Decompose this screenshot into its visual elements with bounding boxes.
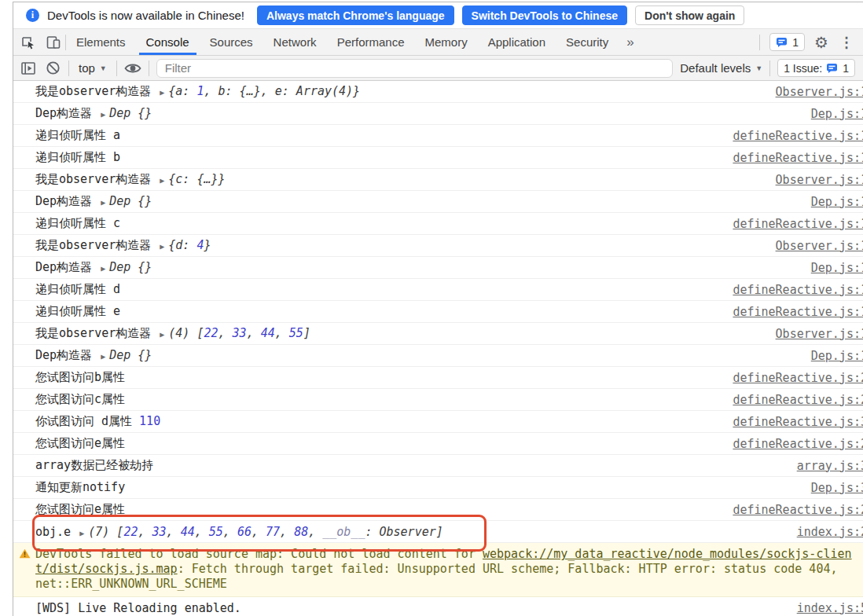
warning-text-pre: DevTools failed to load source map: Coul… [35, 547, 483, 561]
issues-summary-chip[interactable]: 1 Issue: 1 [777, 59, 855, 77]
kebab-menu-icon[interactable]: ⋮ [838, 34, 855, 51]
source-location-link[interactable]: defineReactive.js:3 [733, 415, 863, 429]
message-segment: {a: [168, 84, 196, 98]
expand-triangle-icon[interactable]: ▶ [99, 110, 109, 119]
message-segment: 您试图访问e属性 [35, 502, 125, 516]
source-location-link[interactable]: Dep.js:1 [811, 107, 863, 121]
divider [759, 35, 760, 50]
source-location-link[interactable]: index.js:5 [797, 601, 863, 615]
message-segment: 递归侦听属性 b [35, 150, 120, 164]
message-segment: 88 [294, 525, 308, 539]
source-location-link[interactable]: Dep.js:1 [811, 195, 863, 209]
message-segment: (4) [ [168, 326, 204, 340]
tab-performance[interactable]: Performance [327, 29, 415, 55]
source-location-link[interactable]: Dep.js:1 [811, 349, 863, 363]
levels-label: Default levels [680, 61, 751, 75]
message-segment: Dep {} [109, 194, 152, 208]
message-segment: 33 [233, 326, 247, 340]
expand-triangle-icon[interactable]: ▶ [158, 330, 168, 339]
message-segment: ] [303, 326, 310, 340]
console-messages-pane: 我是observer构造器 ▶{a: 1, b: {…}, e: Array(4… [13, 81, 863, 616]
tab-application[interactable]: Application [478, 29, 556, 55]
tab-elements[interactable]: Elements [66, 29, 136, 55]
more-tabs-icon[interactable]: » [619, 29, 641, 55]
console-message: 递归侦听属性 b [35, 150, 120, 165]
source-location-link[interactable]: Dep.js:1 [811, 261, 863, 275]
expand-triangle-icon[interactable]: ▶ [78, 529, 88, 537]
message-segment: Dep构造器 [35, 106, 99, 120]
gear-icon[interactable]: ⚙ [814, 35, 828, 50]
message-segment: 递归侦听属性 e [35, 304, 120, 318]
expand-triangle-icon[interactable]: ▶ [99, 352, 109, 361]
issues-counter-chip[interactable]: 1 [769, 33, 805, 51]
expand-triangle-icon[interactable]: ▶ [99, 198, 109, 207]
message-segment: 你试图访问 d属性 [35, 414, 139, 428]
console-message: 您试图访问e属性 [35, 502, 125, 517]
console-sidebar-toggle-icon[interactable] [20, 60, 37, 77]
clear-console-icon[interactable] [44, 60, 61, 77]
source-location-link[interactable]: Observer.js:1 [776, 85, 863, 99]
tab-security[interactable]: Security [556, 29, 619, 55]
console-row: 我是observer构造器 ▶{a: 1, b: {…}, e: Array(4… [13, 81, 863, 103]
panel-tabs: Elements Console Sources Network Perform… [66, 29, 642, 55]
source-location-link[interactable]: Observer.js:1 [776, 239, 863, 253]
filter-input[interactable] [156, 59, 673, 78]
log-levels-dropdown[interactable]: Default levels ▼ [680, 61, 762, 75]
message-segment: 我是observer构造器 [35, 326, 158, 340]
console-message: obj.e ▶(7) [22, 33, 44, 55, 66, 77, 88, … [35, 525, 443, 539]
message-segment: 44 [181, 525, 195, 539]
console-row: 你试图访问 d属性 110defineReactive.js:3 [13, 411, 863, 433]
message-segment: 您试图访问e属性 [35, 436, 125, 450]
tab-memory[interactable]: Memory [415, 29, 478, 55]
console-row: array数据已经被劫持array.js:3 [13, 455, 863, 477]
source-location-link[interactable]: array.js:3 [797, 459, 863, 473]
warning-triangle-icon [19, 548, 31, 559]
issues-label: 1 Issue: [784, 62, 822, 75]
dont-show-again-button[interactable]: Don't show again [635, 6, 744, 25]
message-segment: obj.e [35, 525, 78, 539]
live-expression-eye-icon[interactable] [124, 60, 141, 77]
message-segment: , [247, 326, 261, 340]
message-segment: , [167, 525, 181, 539]
source-location-link[interactable]: index.js:2 [797, 525, 863, 539]
expand-triangle-icon[interactable]: ▶ [158, 176, 168, 185]
console-message: 您试图访问b属性 [35, 370, 125, 385]
tab-console[interactable]: Console [136, 29, 200, 55]
message-segment: 我是observer构造器 [35, 172, 158, 186]
source-location-link[interactable]: defineReactive.js:2 [733, 371, 863, 385]
device-toolbar-icon[interactable] [45, 34, 62, 51]
source-location-link[interactable]: defineReactive.js:1 [733, 129, 863, 143]
message-segment: } [204, 238, 211, 252]
switch-to-chinese-button[interactable]: Switch DevTools to Chinese [462, 6, 627, 25]
message-segment: 递归侦听属性 d [35, 282, 120, 296]
console-message: 您试图访问e属性 [35, 436, 125, 451]
console-row: 我是observer构造器 ▶(4) [22, 33, 44, 55]Obser… [13, 323, 863, 345]
source-location-link[interactable]: defineReactive.js:1 [733, 283, 863, 297]
console-message: Dep构造器 ▶Dep {} [35, 260, 152, 275]
message-segment: 55 [209, 525, 223, 539]
message-segment: 55 [289, 326, 303, 340]
source-location-link[interactable]: defineReactive.js:2 [733, 393, 863, 407]
javascript-context-selector[interactable]: top ▼ [76, 61, 109, 75]
tab-sources[interactable]: Sources [200, 29, 263, 55]
tab-network[interactable]: Network [263, 29, 327, 55]
expand-triangle-icon[interactable]: ▶ [158, 88, 168, 97]
message-segment: 递归侦听属性 c [35, 216, 120, 230]
inspect-element-icon[interactable] [20, 34, 37, 51]
source-location-link[interactable]: defineReactive.js:1 [733, 305, 863, 319]
source-location-link[interactable]: Dep.js:3 [811, 481, 863, 495]
source-location-link[interactable]: Observer.js:1 [776, 173, 863, 187]
console-row: 您试图访问b属性defineReactive.js:2 [13, 367, 863, 389]
expand-triangle-icon[interactable]: ▶ [158, 242, 168, 251]
source-location-link[interactable]: Observer.js:1 [776, 327, 863, 341]
divider [116, 60, 117, 76]
console-row: 您试图访问c属性defineReactive.js:2 [13, 389, 863, 411]
source-location-link[interactable]: defineReactive.js:2 [733, 437, 863, 451]
source-location-link[interactable]: defineReactive.js:1 [733, 217, 863, 231]
expand-triangle-icon[interactable]: ▶ [99, 264, 109, 273]
source-location-link[interactable]: defineReactive.js:1 [733, 151, 863, 165]
source-location-link[interactable]: defineReactive.js:2 [733, 503, 863, 517]
message-segment: 33 [152, 525, 167, 539]
always-match-language-button[interactable]: Always match Chrome's language [257, 6, 454, 25]
console-message: 递归侦听属性 a [35, 128, 120, 143]
